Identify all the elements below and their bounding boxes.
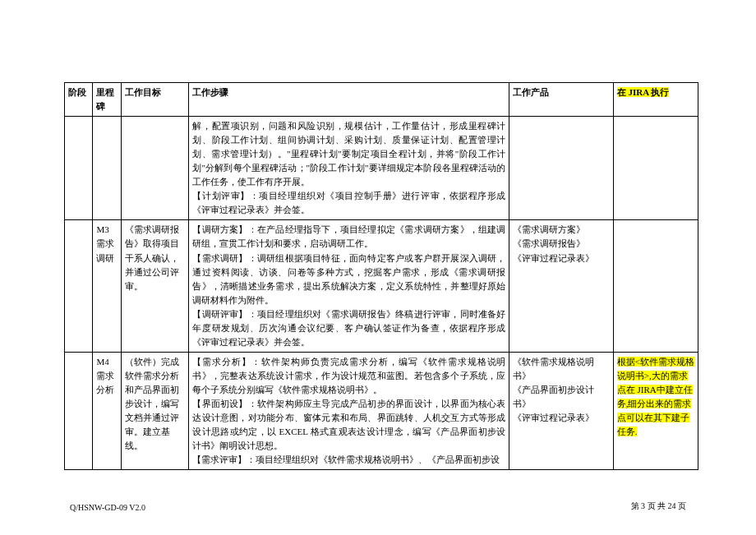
cell-goal <box>121 117 189 220</box>
cell-phase <box>65 220 93 352</box>
col-header-goal: 工作目标 <box>121 83 189 117</box>
footer-doc-id: Q/HSNW-GD-09 V2.0 <box>70 503 145 512</box>
cell-goal: （软件）完成软件需求分析和产品界面初步设计，编写文档并通过评审。建立基线。 <box>121 352 189 469</box>
cell-milestone: M3需求调研 <box>93 220 121 352</box>
cell-jira <box>613 220 698 352</box>
table-row: 解，配置项识别，问题和风险识别，规模估计，工作量估计，形成里程碑计划、阶段工作计… <box>65 117 698 220</box>
process-table: 阶段 里程碑 工作目标 工作步骤 工作产品 在 JIRA 执行 解，配置项识别，… <box>64 82 698 470</box>
cell-goal: 《需求调研报告》取得项目干系人确认，并通过公司评审。 <box>121 220 189 352</box>
cell-product <box>509 117 613 220</box>
table-row: M4需求分析 （软件）完成软件需求分析和产品界面初步设计，编写文档并通过评审。建… <box>65 352 698 469</box>
col-header-jira: 在 JIRA 执行 <box>613 83 698 117</box>
col-header-milestone: 里程碑 <box>93 83 121 117</box>
cell-jira <box>613 117 698 220</box>
col-header-steps: 工作步骤 <box>189 83 509 117</box>
cell-phase <box>65 117 93 220</box>
cell-steps: 【需求分析】：软件架构师负责完成需求分析，编写《软件需求规格说明书》，完整表达系… <box>189 352 509 469</box>
cell-steps: 解，配置项识别，问题和风险识别，规模估计，工作量估计，形成里程碑计划、阶段工作计… <box>189 117 509 220</box>
table-row: M3需求调研 《需求调研报告》取得项目干系人确认，并通过公司评审。 【调研方案】… <box>65 220 698 352</box>
table-header-row: 阶段 里程碑 工作目标 工作步骤 工作产品 在 JIRA 执行 <box>65 83 698 117</box>
cell-milestone: M4需求分析 <box>93 352 121 469</box>
cell-steps: 【调研方案】：在产品经理指导下，项目经理拟定《需求调研方案》，组建调研组，宣贯工… <box>189 220 509 352</box>
col-header-phase: 阶段 <box>65 83 93 117</box>
col-header-product: 工作产品 <box>509 83 613 117</box>
cell-phase <box>65 352 93 469</box>
cell-product: 《需求调研方案》《需求调研报告》《评审过程记录表》 <box>509 220 613 352</box>
cell-milestone <box>93 117 121 220</box>
cell-product: 《软件需求规格说明书》《产品界面初步设计书》《评审过程记录表》 <box>509 352 613 469</box>
footer-page-number: 第 3 页 共 24 页 <box>631 500 687 512</box>
cell-jira: 根据<软件需求规格说明书>,大的需求点在 JIRA中建立任务,细分出来的需求点可… <box>613 352 698 469</box>
